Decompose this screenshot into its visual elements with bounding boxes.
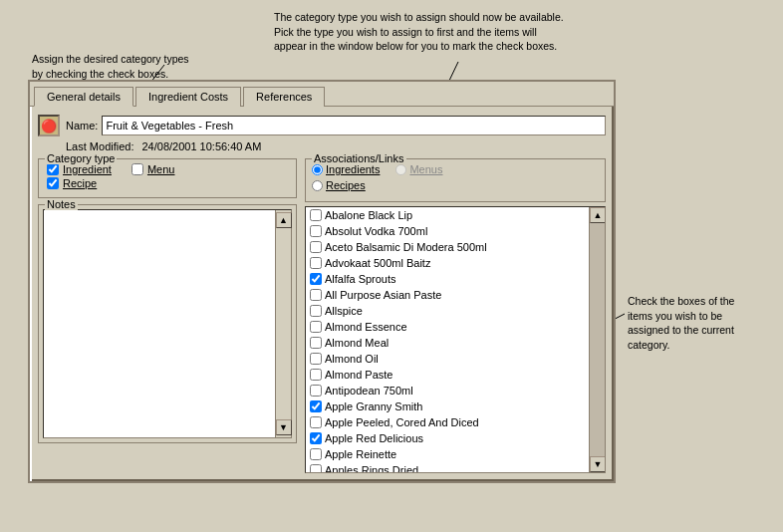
recipes-radio[interactable] [312, 180, 323, 191]
list-item-label: Apple Granny Smith [325, 400, 422, 412]
list-item-label: Aceto Balsamic Di Modera 500ml [325, 241, 487, 253]
radio-recipes: Recipes [312, 179, 366, 191]
list-item-checkbox-12[interactable] [310, 400, 322, 412]
list-item-label: Antipodean 750ml [325, 385, 413, 397]
list-item-checkbox-15[interactable] [310, 448, 322, 460]
recipes-radio-label: Recipes [326, 179, 366, 191]
list-item-checkbox-10[interactable] [310, 369, 322, 381]
list-item-label: Apple Red Delicious [325, 432, 423, 444]
scroll-track [590, 223, 605, 456]
main-window: General details Ingredient Costs Referen… [28, 80, 616, 483]
list-item: Antipodean 750ml [306, 383, 589, 399]
list-item-checkbox-13[interactable] [310, 416, 322, 428]
list-item-label: Apple Peeled, Cored And Diced [325, 416, 479, 428]
list-item-label: Advokaat 500ml Baitz [325, 257, 430, 269]
list-item: Apples Rings Dried [306, 462, 589, 472]
radio-ingredients: Ingredients [312, 163, 380, 175]
list-item-label: Almond Meal [325, 337, 389, 349]
menus-radio[interactable] [395, 164, 406, 175]
list-item-label: Almond Paste [325, 369, 392, 381]
two-col-layout: Category type Ingredient Menu Recipe [38, 158, 606, 473]
notes-textarea[interactable] [44, 210, 275, 437]
ingredient-row: Ingredient Menu [47, 163, 288, 175]
list-item: Absolut Vodka 700ml [306, 223, 589, 239]
list-scroll-up[interactable]: ▲ [590, 207, 606, 223]
list-item-checkbox-11[interactable] [310, 385, 322, 397]
list-item-checkbox-0[interactable] [310, 209, 322, 221]
list-item: Apple Reinette [306, 446, 589, 462]
list-item: All Purpose Asian Paste [306, 287, 589, 303]
assoc-label: Associations/Links [312, 152, 406, 164]
menu-checkbox[interactable] [131, 163, 143, 175]
right-annotation: Check the boxes of the items you wish to… [628, 294, 777, 353]
list-item-checkbox-5[interactable] [310, 289, 322, 301]
ingredients-radio[interactable] [312, 164, 323, 175]
list-item-checkbox-7[interactable] [310, 321, 322, 333]
ingredients-list: Abalone Black LipAbsolut Vodka 700mlAcet… [305, 206, 606, 473]
radio-menus: Menus [395, 163, 442, 175]
list-item: Almond Meal [306, 335, 589, 351]
modified-label: Last Modified: [66, 140, 133, 152]
list-item-label: Allspice [325, 305, 363, 317]
list-item: Advokaat 500ml Baitz [306, 255, 589, 271]
category-group-label: Category type [45, 152, 117, 164]
notes-inner: ▲ ▼ [43, 209, 292, 438]
list-item-checkbox-4[interactable] [310, 273, 322, 285]
list-item: Almond Essence [306, 319, 589, 335]
modified-value: 24/08/2001 10:56:40 AM [141, 140, 261, 152]
recipe-label: Recipe [63, 177, 97, 189]
list-item-checkbox-9[interactable] [310, 353, 322, 365]
notes-scrollbar[interactable]: ▲ ▼ [275, 210, 291, 437]
list-item-checkbox-16[interactable] [310, 464, 322, 472]
ingredient-checkbox[interactable] [47, 163, 59, 175]
list-item: Abalone Black Lip [306, 207, 589, 223]
modified-row: Last Modified: 24/08/2001 10:56:40 AM [38, 140, 606, 152]
ingredient-label: Ingredient [63, 163, 112, 175]
name-label: Name: [66, 120, 98, 132]
notes-scroll-down[interactable]: ▼ [276, 419, 292, 435]
top-annotation: The category type you wish to assign sho… [274, 10, 613, 54]
list-item-label: Apple Reinette [325, 448, 396, 460]
list-item-checkbox-3[interactable] [310, 257, 322, 269]
tab-general-details[interactable]: General details [34, 87, 133, 107]
content-area: 🔴 Name: Last Modified: 24/08/2001 10:56:… [30, 107, 614, 481]
radio-row-2: Recipes [312, 179, 599, 191]
list-item-label: Absolut Vodka 700ml [325, 225, 427, 237]
associations-group: Associations/Links Ingredients Menus [305, 158, 606, 202]
name-input[interactable] [102, 116, 606, 135]
list-item-label: Alfalfa Sprouts [325, 273, 396, 285]
item-icon: 🔴 [38, 115, 60, 136]
list-item: Almond Oil [306, 351, 589, 367]
list-item-checkbox-14[interactable] [310, 432, 322, 444]
list-item-label: All Purpose Asian Paste [325, 289, 441, 301]
tab-bar: General details Ingredient Costs Referen… [30, 82, 614, 107]
list-item-checkbox-6[interactable] [310, 305, 322, 317]
list-item-checkbox-2[interactable] [310, 241, 322, 253]
list-item-label: Abalone Black Lip [325, 209, 412, 221]
list-item-checkbox-1[interactable] [310, 225, 322, 237]
list-item: Alfalfa Sprouts [306, 271, 589, 287]
notes-scroll-up[interactable]: ▲ [276, 212, 292, 228]
list-item: Apple Red Delicious [306, 430, 589, 446]
list-item-label: Almond Essence [325, 321, 407, 333]
list-scrollbar: ▲ ▼ [589, 207, 605, 472]
list-item: Apple Peeled, Cored And Diced [306, 414, 589, 430]
list-item-label: Apples Rings Dried [325, 464, 418, 472]
left-annotation: Assign the desired category types by che… [32, 52, 231, 81]
name-row: 🔴 Name: [38, 115, 606, 136]
list-item: Almond Paste [306, 367, 589, 383]
list-item-label: Almond Oil [325, 353, 379, 365]
recipe-row: Recipe [47, 177, 288, 189]
left-column: Category type Ingredient Menu Recipe [38, 158, 297, 473]
menus-radio-label: Menus [409, 163, 442, 175]
category-type-group: Category type Ingredient Menu Recipe [38, 158, 297, 198]
list-item-checkbox-8[interactable] [310, 337, 322, 349]
right-column: Associations/Links Ingredients Menus [305, 158, 606, 473]
recipe-checkbox[interactable] [47, 177, 59, 189]
list-scroll-down[interactable]: ▼ [590, 456, 606, 472]
notes-label: Notes [45, 198, 78, 210]
list-item: Apple Granny Smith [306, 399, 589, 414]
tab-references[interactable]: References [243, 87, 325, 107]
tab-ingredient-costs[interactable]: Ingredient Costs [135, 87, 241, 107]
list-items-area[interactable]: Abalone Black LipAbsolut Vodka 700mlAcet… [306, 207, 589, 472]
